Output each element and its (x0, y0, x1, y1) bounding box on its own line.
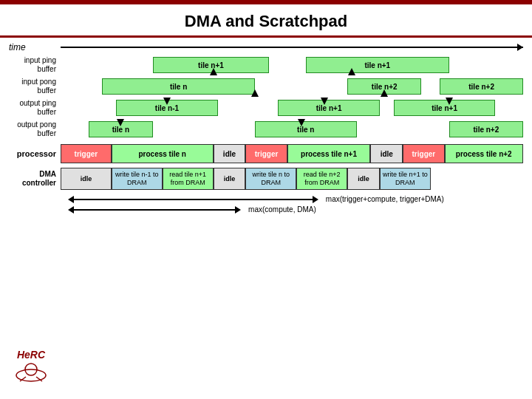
annotation-right-head-1 (235, 206, 241, 214)
annotations-area: max(trigger+compute, trigger+DMA)max(com… (9, 195, 523, 214)
tile-block-1-2: tile n+2 (440, 78, 523, 95)
arrow-down-2-2 (446, 98, 453, 105)
proc-block-7: process tile n+2 (445, 144, 523, 163)
dma-block-0: idle (61, 168, 112, 190)
annotation-arrow-1 (68, 206, 241, 214)
buffer-timeline-0: tile n+1tile n+1 (61, 56, 523, 74)
buffer-row-3: output pongbuffertile ntile ntile n+2 (9, 120, 523, 139)
buffer-label-3: output pongbuffer (9, 120, 61, 138)
arrow-down-3-0 (117, 119, 124, 126)
buffer-timeline-2: tile n-1tile n+1tile n+1 (61, 99, 523, 117)
annotation-left-head-0 (68, 196, 74, 203)
arrow-up-0-0 (210, 68, 217, 75)
annotation-text-0: max(trigger+compute, trigger+DMA) (326, 195, 444, 203)
logo-icon (13, 361, 50, 383)
processor-timeline: triggerprocess tile nidletriggerprocess … (61, 144, 523, 163)
dma-block-6: idle (347, 168, 380, 190)
tile-block-0-1: tile n+1 (306, 57, 449, 73)
buffer-timeline-1: tile ntile n+2tile n+2 (61, 78, 523, 95)
processor-label: processor (9, 149, 61, 158)
processor-row: processor triggerprocess tile nidletrigg… (9, 143, 523, 164)
buffer-label-2: output pingbuffer (9, 99, 61, 117)
buffer-timeline-3: tile ntile ntile n+2 (61, 120, 523, 138)
content-area: time input pingbuffertile n+1tile n+1inp… (0, 42, 532, 214)
buffer-row-0: input pingbuffertile n+1tile n+1 (9, 55, 523, 75)
proc-block-2: idle (214, 144, 246, 163)
annotation-text-1: max(compute, DMA) (248, 205, 316, 214)
annotation-line-0 (74, 199, 313, 200)
page: DMA and Scratchpad time input pingbuffer… (0, 0, 532, 399)
arrow-up-0-1 (348, 68, 355, 75)
title-border (0, 35, 532, 38)
tile-block-2-1: tile n+1 (278, 100, 380, 116)
time-row: time (9, 42, 523, 52)
dma-row: DMAcontroller idlewrite tile n-1 to DRAM… (9, 167, 523, 191)
buffer-rows: input pingbuffertile n+1tile n+1input po… (9, 55, 523, 139)
buffer-row-1: input pongbuffertile ntile n+2tile n+2 (9, 77, 523, 96)
dma-block-1: write tile n-1 to DRAM (112, 168, 163, 190)
arrow-down-3-1 (298, 119, 305, 126)
annotation-right-head-0 (313, 196, 318, 203)
dma-block-7: write tile n+1 to DRAM (380, 168, 431, 190)
logo-area: HeRC (9, 347, 53, 384)
annotation-arrow-0 (68, 196, 318, 203)
annotation-row-0: max(trigger+compute, trigger+DMA) (68, 195, 523, 203)
dma-label: DMAcontroller (9, 170, 61, 188)
proc-block-5: idle (370, 144, 403, 163)
logo-text: HeRC (17, 349, 45, 361)
tile-block-1-0: tile n (102, 78, 255, 95)
arrow-down-2-0 (163, 98, 171, 105)
arrow-up-1-0 (251, 89, 259, 97)
dma-timeline: idlewrite tile n-1 to DRAMread tile n+1 … (61, 168, 523, 190)
proc-block-0: trigger (61, 144, 112, 163)
time-arrow (61, 47, 523, 48)
buffer-label-0: input pingbuffer (9, 56, 61, 74)
annotation-line-1 (74, 209, 235, 211)
time-label: time (9, 42, 61, 52)
dma-block-4: write tile n to DRAM (245, 168, 296, 190)
tile-block-3-2: tile n+2 (449, 121, 523, 137)
dma-block-5: read tile n+2 from DRAM (296, 168, 347, 190)
buffer-label-1: input pongbuffer (9, 78, 61, 95)
annotation-left-head-1 (68, 206, 74, 214)
tile-block-3-1: tile n (255, 121, 357, 137)
proc-block-4: process tile n+1 (287, 144, 371, 163)
arrow-down-2-1 (321, 98, 328, 105)
buffer-row-2: output pingbuffertile n-1tile n+1tile n+… (9, 98, 523, 117)
annotation-row-1: max(compute, DMA) (68, 205, 523, 214)
dma-block-2: read tile n+1 from DRAM (163, 168, 214, 190)
proc-block-3: trigger (245, 144, 287, 163)
page-title: DMA and Scratchpad (0, 4, 532, 35)
proc-block-6: trigger (403, 144, 444, 163)
proc-block-1: process tile n (112, 144, 214, 163)
dma-block-3: idle (214, 168, 246, 190)
arrow-up-1-1 (381, 89, 388, 97)
tile-block-2-2: tile n+1 (394, 100, 496, 116)
